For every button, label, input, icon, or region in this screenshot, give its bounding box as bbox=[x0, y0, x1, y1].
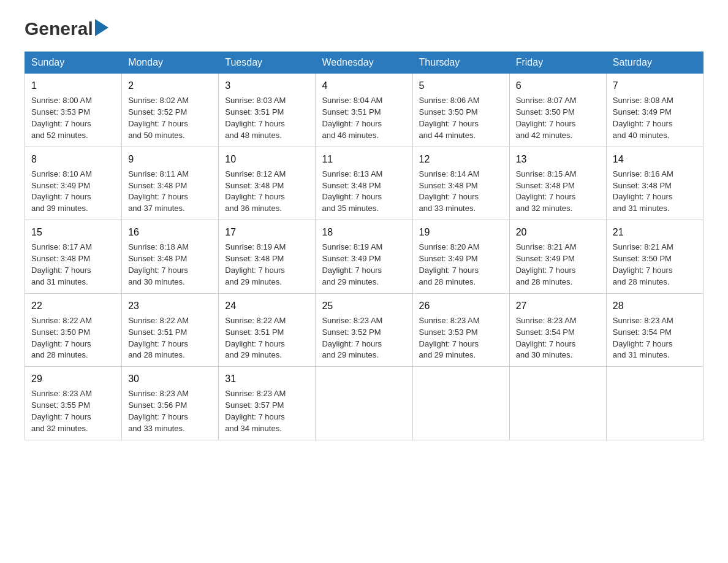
calendar-day-30: 30Sunrise: 8:23 AMSunset: 3:56 PMDayligh… bbox=[122, 367, 219, 440]
day-info: Sunrise: 8:23 AMSunset: 3:56 PMDaylight:… bbox=[128, 388, 212, 434]
calendar-week-3: 15Sunrise: 8:17 AMSunset: 3:48 PMDayligh… bbox=[25, 220, 703, 294]
day-number: 6 bbox=[516, 79, 600, 93]
calendar-day-22: 22Sunrise: 8:22 AMSunset: 3:50 PMDayligh… bbox=[25, 293, 122, 367]
day-number: 15 bbox=[31, 225, 115, 239]
day-number: 11 bbox=[322, 152, 406, 166]
calendar-day-11: 11Sunrise: 8:13 AMSunset: 3:48 PMDayligh… bbox=[316, 147, 412, 220]
logo-general-text: General bbox=[25, 18, 93, 39]
day-number: 30 bbox=[128, 372, 212, 386]
day-info: Sunrise: 8:21 AMSunset: 3:49 PMDaylight:… bbox=[516, 242, 600, 288]
calendar-day-31: 31Sunrise: 8:23 AMSunset: 3:57 PMDayligh… bbox=[219, 367, 316, 440]
day-info: Sunrise: 8:23 AMSunset: 3:54 PMDaylight:… bbox=[613, 315, 697, 361]
day-info: Sunrise: 8:16 AMSunset: 3:48 PMDaylight:… bbox=[613, 169, 697, 215]
day-number: 21 bbox=[613, 225, 697, 239]
day-number: 10 bbox=[225, 152, 309, 166]
calendar-day-24: 24Sunrise: 8:22 AMSunset: 3:51 PMDayligh… bbox=[219, 293, 316, 367]
day-info: Sunrise: 8:19 AMSunset: 3:48 PMDaylight:… bbox=[225, 242, 309, 288]
calendar-day-15: 15Sunrise: 8:17 AMSunset: 3:48 PMDayligh… bbox=[25, 220, 122, 294]
day-info: Sunrise: 8:22 AMSunset: 3:50 PMDaylight:… bbox=[31, 315, 115, 361]
day-number: 28 bbox=[613, 299, 697, 313]
weekday-header-row: SundayMondayTuesdayWednesdayThursdayFrid… bbox=[25, 52, 703, 74]
calendar-week-4: 22Sunrise: 8:22 AMSunset: 3:50 PMDayligh… bbox=[25, 293, 703, 367]
logo: General bbox=[25, 18, 108, 39]
day-info: Sunrise: 8:06 AMSunset: 3:50 PMDaylight:… bbox=[419, 95, 503, 141]
day-number: 1 bbox=[31, 79, 115, 93]
empty-cell bbox=[606, 367, 703, 440]
day-info: Sunrise: 8:04 AMSunset: 3:51 PMDaylight:… bbox=[322, 95, 406, 141]
day-info: Sunrise: 8:23 AMSunset: 3:54 PMDaylight:… bbox=[516, 315, 600, 361]
empty-cell bbox=[509, 367, 606, 440]
svg-marker-0 bbox=[95, 19, 108, 36]
calendar-day-18: 18Sunrise: 8:19 AMSunset: 3:49 PMDayligh… bbox=[316, 220, 412, 294]
day-number: 19 bbox=[419, 225, 503, 239]
day-number: 13 bbox=[516, 152, 600, 166]
day-number: 3 bbox=[225, 79, 309, 93]
day-info: Sunrise: 8:07 AMSunset: 3:50 PMDaylight:… bbox=[516, 95, 600, 141]
calendar-day-28: 28Sunrise: 8:23 AMSunset: 3:54 PMDayligh… bbox=[606, 293, 703, 367]
day-info: Sunrise: 8:13 AMSunset: 3:48 PMDaylight:… bbox=[322, 169, 406, 215]
day-number: 8 bbox=[31, 152, 115, 166]
calendar-day-17: 17Sunrise: 8:19 AMSunset: 3:48 PMDayligh… bbox=[219, 220, 316, 294]
weekday-header-tuesday: Tuesday bbox=[219, 52, 316, 74]
day-number: 29 bbox=[31, 372, 115, 386]
calendar-day-14: 14Sunrise: 8:16 AMSunset: 3:48 PMDayligh… bbox=[606, 147, 703, 220]
day-number: 2 bbox=[128, 79, 212, 93]
day-number: 5 bbox=[419, 79, 503, 93]
day-number: 12 bbox=[419, 152, 503, 166]
calendar-day-2: 2Sunrise: 8:02 AMSunset: 3:52 PMDaylight… bbox=[122, 74, 219, 147]
empty-cell bbox=[412, 367, 509, 440]
calendar-day-1: 1Sunrise: 8:00 AMSunset: 3:53 PMDaylight… bbox=[25, 74, 122, 147]
day-number: 20 bbox=[516, 225, 600, 239]
day-info: Sunrise: 8:22 AMSunset: 3:51 PMDaylight:… bbox=[225, 315, 309, 361]
calendar-day-20: 20Sunrise: 8:21 AMSunset: 3:49 PMDayligh… bbox=[509, 220, 606, 294]
calendar-day-27: 27Sunrise: 8:23 AMSunset: 3:54 PMDayligh… bbox=[509, 293, 606, 367]
calendar-day-5: 5Sunrise: 8:06 AMSunset: 3:50 PMDaylight… bbox=[412, 74, 509, 147]
day-number: 31 bbox=[225, 372, 309, 386]
day-info: Sunrise: 8:02 AMSunset: 3:52 PMDaylight:… bbox=[128, 95, 212, 141]
day-number: 26 bbox=[419, 299, 503, 313]
day-info: Sunrise: 8:15 AMSunset: 3:48 PMDaylight:… bbox=[516, 169, 600, 215]
day-number: 23 bbox=[128, 299, 212, 313]
day-number: 4 bbox=[322, 79, 406, 93]
day-number: 14 bbox=[613, 152, 697, 166]
calendar-day-26: 26Sunrise: 8:23 AMSunset: 3:53 PMDayligh… bbox=[412, 293, 509, 367]
calendar-day-19: 19Sunrise: 8:20 AMSunset: 3:49 PMDayligh… bbox=[412, 220, 509, 294]
day-info: Sunrise: 8:11 AMSunset: 3:48 PMDaylight:… bbox=[128, 169, 212, 215]
day-info: Sunrise: 8:22 AMSunset: 3:51 PMDaylight:… bbox=[128, 315, 212, 361]
page-header: General bbox=[25, 18, 703, 39]
weekday-header-saturday: Saturday bbox=[606, 52, 703, 74]
calendar-day-12: 12Sunrise: 8:14 AMSunset: 3:48 PMDayligh… bbox=[412, 147, 509, 220]
logo-arrow-icon bbox=[95, 19, 108, 36]
calendar-day-13: 13Sunrise: 8:15 AMSunset: 3:48 PMDayligh… bbox=[509, 147, 606, 220]
day-info: Sunrise: 8:03 AMSunset: 3:51 PMDaylight:… bbox=[225, 95, 309, 141]
day-number: 7 bbox=[613, 79, 697, 93]
day-number: 22 bbox=[31, 299, 115, 313]
calendar-day-23: 23Sunrise: 8:22 AMSunset: 3:51 PMDayligh… bbox=[122, 293, 219, 367]
calendar-day-10: 10Sunrise: 8:12 AMSunset: 3:48 PMDayligh… bbox=[219, 147, 316, 220]
calendar-table: SundayMondayTuesdayWednesdayThursdayFrid… bbox=[25, 52, 703, 440]
day-number: 9 bbox=[128, 152, 212, 166]
calendar-week-5: 29Sunrise: 8:23 AMSunset: 3:55 PMDayligh… bbox=[25, 367, 703, 440]
day-info: Sunrise: 8:23 AMSunset: 3:53 PMDaylight:… bbox=[419, 315, 503, 361]
weekday-header-wednesday: Wednesday bbox=[316, 52, 412, 74]
calendar-day-9: 9Sunrise: 8:11 AMSunset: 3:48 PMDaylight… bbox=[122, 147, 219, 220]
calendar-week-1: 1Sunrise: 8:00 AMSunset: 3:53 PMDaylight… bbox=[25, 74, 703, 147]
day-info: Sunrise: 8:08 AMSunset: 3:49 PMDaylight:… bbox=[613, 95, 697, 141]
day-number: 27 bbox=[516, 299, 600, 313]
day-info: Sunrise: 8:21 AMSunset: 3:50 PMDaylight:… bbox=[613, 242, 697, 288]
calendar-week-2: 8Sunrise: 8:10 AMSunset: 3:49 PMDaylight… bbox=[25, 147, 703, 220]
calendar-day-8: 8Sunrise: 8:10 AMSunset: 3:49 PMDaylight… bbox=[25, 147, 122, 220]
calendar-day-29: 29Sunrise: 8:23 AMSunset: 3:55 PMDayligh… bbox=[25, 367, 122, 440]
empty-cell bbox=[316, 367, 412, 440]
calendar-day-7: 7Sunrise: 8:08 AMSunset: 3:49 PMDaylight… bbox=[606, 74, 703, 147]
day-number: 18 bbox=[322, 225, 406, 239]
day-number: 17 bbox=[225, 225, 309, 239]
day-info: Sunrise: 8:23 AMSunset: 3:52 PMDaylight:… bbox=[322, 315, 406, 361]
day-info: Sunrise: 8:17 AMSunset: 3:48 PMDaylight:… bbox=[31, 242, 115, 288]
weekday-header-thursday: Thursday bbox=[412, 52, 509, 74]
day-number: 16 bbox=[128, 225, 212, 239]
day-info: Sunrise: 8:10 AMSunset: 3:49 PMDaylight:… bbox=[31, 169, 115, 215]
calendar-day-25: 25Sunrise: 8:23 AMSunset: 3:52 PMDayligh… bbox=[316, 293, 412, 367]
day-info: Sunrise: 8:23 AMSunset: 3:57 PMDaylight:… bbox=[225, 388, 309, 434]
calendar-day-3: 3Sunrise: 8:03 AMSunset: 3:51 PMDaylight… bbox=[219, 74, 316, 147]
